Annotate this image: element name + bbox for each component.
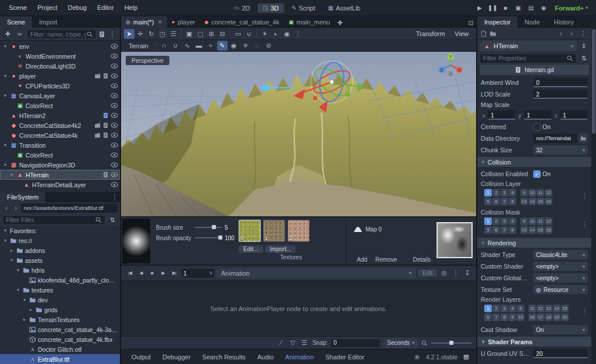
layer-cell-15[interactable]: 15 <box>537 226 544 234</box>
bottom-panel-search-results[interactable]: Search Results <box>196 354 251 361</box>
animation-select[interactable]: Animation ▾ <box>217 268 416 279</box>
fs-row-favorites[interactable]: ▾Favorites: <box>0 226 120 235</box>
onion-skinning-icon[interactable]: ◎ <box>439 268 449 278</box>
menu-scene[interactable]: Scene <box>3 0 32 16</box>
menu-debug[interactable]: Debug <box>62 0 91 16</box>
tab-inspector[interactable]: Inspector <box>477 16 517 28</box>
brush-size-slider[interactable] <box>195 227 222 228</box>
play-backwards-button[interactable]: ◀ <box>136 268 146 278</box>
play-scene-button[interactable]: ▣ <box>513 5 523 11</box>
play-from-end-button[interactable]: ▶| <box>169 268 179 278</box>
fs-row-kloofendal-48d-partly-cloudy-p[interactable]: kloofendal_48d_partly_cloudy_p... <box>0 275 120 285</box>
u-ground-uv-scale-input[interactable]: 20 <box>533 349 588 358</box>
ruler-icon[interactable]: ▭ <box>233 29 243 39</box>
object-selector[interactable]: ▲ HTerrain ▾ <box>480 41 577 51</box>
layer-cell-14[interactable]: 14 <box>528 226 536 234</box>
scene-tree-row-worldenvironment[interactable]: ◐WorldEnvironment <box>0 51 120 61</box>
heightmap-preview[interactable] <box>437 222 473 258</box>
expand-arrow-icon[interactable]: ▾ <box>15 267 21 273</box>
expand-arrow-icon[interactable]: ▾ <box>2 238 8 243</box>
renderer-select[interactable]: Forward+ ▾ <box>550 5 593 12</box>
layer-cell-10[interactable]: 10 <box>517 313 524 321</box>
expand-arrow-icon[interactable]: ▾ <box>2 93 8 98</box>
layer-cell-11[interactable]: 11 <box>528 305 536 312</box>
unlock-icon[interactable]: ▢ <box>195 29 205 39</box>
expand-arrow-icon[interactable]: ▾ <box>22 297 27 302</box>
expand-arrow-icon[interactable]: ▾ <box>2 73 8 78</box>
scene-tree-row-env[interactable]: ▾●env <box>0 41 120 51</box>
expand-arrow-icon[interactable]: ▾ <box>2 142 8 148</box>
texture-slot-2[interactable]: 2 <box>288 220 310 242</box>
visibility-eye-icon[interactable] <box>111 141 118 149</box>
visibility-eye-icon[interactable] <box>111 122 118 129</box>
fs-row-res[interactable]: ▾res:// <box>0 235 120 245</box>
workspace-script[interactable]: ✎Script <box>286 3 321 13</box>
history-back-button[interactable]: ‹ <box>2 204 10 212</box>
shader-type-select[interactable]: Classic4Lite▾ <box>533 250 588 259</box>
expand-options-icon[interactable]: ⇕ <box>579 41 589 51</box>
panel-grid-icon[interactable]: ▦ <box>461 352 471 362</box>
scene-tree-row-colorrect[interactable]: ▣ColorRect <box>0 150 120 160</box>
layer-cell-16[interactable]: 16 <box>528 313 536 321</box>
list-select-tool[interactable]: ☰ <box>168 29 179 39</box>
layer-cell-2[interactable]: 2 <box>492 189 500 197</box>
visibility-eye-icon[interactable] <box>111 151 118 159</box>
bottom-panel-shader-editor[interactable]: Shader Editor <box>320 354 370 361</box>
close-icon[interactable]: ✕ <box>158 19 162 25</box>
edit-texture-button[interactable]: Edit... <box>239 245 263 253</box>
new-resource-icon[interactable] <box>480 30 487 37</box>
fs-row-textures[interactable]: ▾textures <box>0 285 120 295</box>
visibility-eye-icon[interactable] <box>111 102 118 109</box>
layer-cell-2[interactable]: 2 <box>492 217 500 225</box>
fs-row-dev[interactable]: ▾dev <box>0 295 120 305</box>
expand-arrow-icon[interactable]: ▾ <box>9 172 15 177</box>
fs-row-concrete-cat-statue-4k-3a140c[interactable]: concrete_cat_statue_4k-3a140c... <box>0 324 120 334</box>
layer-options-dots-icon[interactable]: ⋮ <box>581 192 588 199</box>
layer-cell-9[interactable]: 9 <box>509 313 516 321</box>
ambient-wind-input[interactable]: 0 <box>533 78 588 87</box>
visibility-eye-icon[interactable] <box>111 52 118 60</box>
scene-tab-player[interactable]: ●player <box>167 16 200 28</box>
viewport-3d[interactable]: Y X Z Perspective <box>121 52 476 216</box>
section-rendering[interactable]: ∨ Rendering <box>477 238 591 248</box>
tab-node[interactable]: Node <box>517 16 547 28</box>
map-scale-z-input[interactable]: 1 <box>560 110 588 120</box>
scene-tree-row-hterrain2[interactable]: ▲HTerrain2 <box>0 110 120 120</box>
layer-cell-1[interactable]: 1 <box>484 217 492 225</box>
layer-cell-4[interactable]: 4 <box>509 305 516 312</box>
layer-cell-1[interactable]: 1 <box>484 189 492 197</box>
bottom-panel-debugger[interactable]: Debugger <box>157 354 196 361</box>
pause-button[interactable]: ❚❚ <box>487 5 498 11</box>
layer-cell-4[interactable]: 4 <box>509 217 516 225</box>
layer-cell-3[interactable]: 3 <box>501 189 508 197</box>
layer-cell-14[interactable]: 14 <box>528 198 536 205</box>
select-tool[interactable]: ➤ <box>124 29 134 39</box>
fit-to-view-icon[interactable]: ∕ <box>276 338 286 348</box>
scene-tree-row-navigationregion3d[interactable]: ▾▩NavigationRegion3D <box>0 160 120 170</box>
viewport-3d-render[interactable]: Y X Z <box>121 52 476 216</box>
layer-cell-13[interactable]: 13 <box>520 226 528 234</box>
filesystem-menu-dots-icon[interactable]: ⋮ <box>109 192 120 202</box>
layer-cell-11[interactable]: 11 <box>537 217 544 225</box>
fs-row-extrablur-ttf[interactable]: ExtraBlur.ttf <box>0 354 120 364</box>
collision-enabled-checkbox[interactable] <box>533 170 541 178</box>
layer-cell-5[interactable]: 5 <box>484 198 492 205</box>
snap-units-select[interactable]: Seconds ▾ <box>384 338 418 348</box>
layer-cell-6[interactable]: 6 <box>484 313 492 321</box>
terrain-menu[interactable]: Terrain <box>125 42 152 49</box>
script-blue-icon[interactable] <box>102 112 109 119</box>
more-options-icon[interactable]: ⋮ <box>293 29 303 39</box>
workspace-3d[interactable]: ◳3D <box>258 3 285 13</box>
brush-opacity-slider[interactable] <box>195 237 222 238</box>
bottom-panel-animation[interactable]: Animation <box>279 354 320 361</box>
section-shader-params[interactable]: ∨ Shader Params <box>477 337 591 347</box>
layer-cell-2[interactable]: 2 <box>492 305 500 312</box>
sort-files-button[interactable]: ⇅ <box>107 215 118 225</box>
layer-cell-8[interactable]: 8 <box>509 226 516 234</box>
layer-cell-7[interactable]: 7 <box>501 226 508 234</box>
scene-filter-input[interactable] <box>30 31 86 38</box>
layer-cell-8[interactable]: 8 <box>509 198 516 205</box>
layer-cell-15[interactable]: 15 <box>561 305 569 312</box>
scene-tree-row-cpuparticles3d[interactable]: ✦CPUParticles3D <box>0 81 120 91</box>
distraction-free-icon[interactable]: ⊡ <box>466 18 476 28</box>
